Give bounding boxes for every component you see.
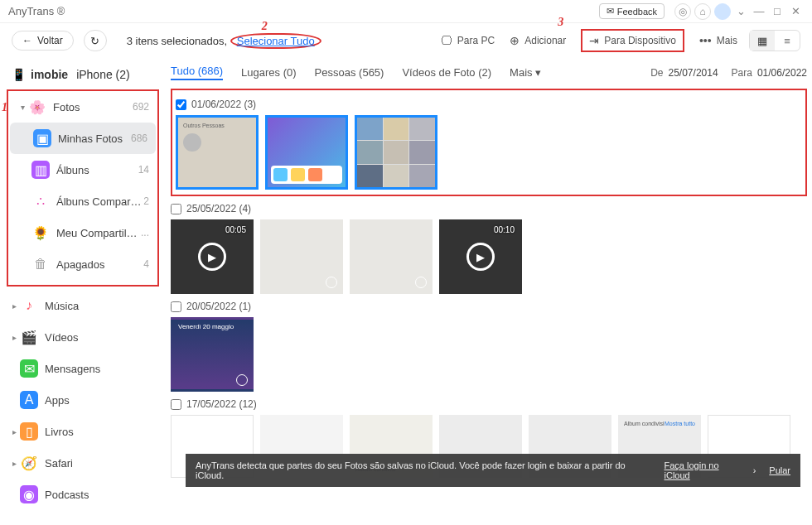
icloud-notice: AnyTrans detecta que partes do seu Fotos… [186, 454, 800, 487]
photo-thumb[interactable] [265, 115, 348, 190]
selection-count: 3 itens selecionados, [127, 35, 227, 47]
section-checkbox[interactable] [176, 99, 186, 110]
section-checkbox[interactable] [171, 204, 181, 214]
sidebar-item-label: Livros [45, 426, 157, 438]
more-button[interactable]: •••Mais [699, 34, 737, 47]
sidebar-item-apps[interactable]: A Apps [0, 384, 166, 416]
select-all-link[interactable]: Selecionar Tudo [230, 33, 321, 49]
grid-view-button[interactable]: ▦ [750, 31, 775, 51]
sidebar-item-deleted[interactable]: 🗑 Apagados 4 [8, 248, 157, 280]
photo-thumb[interactable]: Venerdì 20 maggio [171, 317, 254, 392]
back-button[interactable]: ← Voltar [12, 31, 74, 51]
chevron-right-icon: ▸ [8, 427, 20, 436]
sidebar-item-music[interactable]: ▸ ♪ Música [0, 290, 166, 321]
section-checkbox[interactable] [171, 301, 181, 312]
sidebar-item-books[interactable]: ▸ ▯ Livros [0, 416, 166, 447]
photo-thumb[interactable] [355, 115, 437, 190]
date-to-label: Para [732, 67, 752, 79]
sunflower-icon: 🌻 [31, 224, 50, 242]
live-icon [236, 374, 248, 386]
video-thumb[interactable]: 00:10 ▶ [439, 219, 522, 294]
device-name: imobie [31, 68, 68, 81]
avatar[interactable] [714, 3, 731, 20]
to-device-label: Para Dispositivo [604, 35, 676, 46]
chevron-down-icon: ▾ [17, 103, 28, 112]
chevron-right-icon: ▸ [8, 333, 20, 342]
maximize-button[interactable]: □ [769, 5, 785, 17]
sidebar-item-label: Meu Compartilhame... [56, 227, 141, 239]
thumb-link: Mostra tutto [665, 421, 695, 426]
sidebar-item-albums[interactable]: ▥ Álbuns 14 [8, 154, 157, 185]
sidebar-item-label: Apps [45, 394, 157, 407]
app-title: AnyTrans ® [8, 5, 65, 17]
music-icon: ♪ [20, 296, 38, 315]
tab-all[interactable]: Tudo (686) [171, 65, 223, 80]
monitor-icon: 🖵 [441, 34, 452, 47]
feedback-button[interactable]: ✉ Feedback [599, 3, 665, 19]
close-button[interactable]: ✕ [787, 5, 804, 17]
chevron-right-icon: ▸ [8, 459, 20, 468]
tab-more[interactable]: Mais ▾ [510, 66, 541, 79]
add-button[interactable]: ⊕Adicionar [510, 34, 566, 47]
thumb-caption: Album condivisi [624, 421, 665, 426]
tab-places[interactable]: Lugares (0) [241, 66, 296, 79]
sidebar-item-label: Música [45, 300, 157, 312]
list-view-button[interactable]: ≡ [775, 31, 800, 51]
add-label: Adicionar [524, 35, 566, 46]
sidebar-item-shared-albums[interactable]: ∴ Álbuns Compartilhados 2 [8, 185, 157, 217]
sync-icon[interactable]: ◎ [674, 3, 691, 20]
live-icon [415, 277, 427, 288]
to-pc-button[interactable]: 🖵Para PC [441, 34, 495, 47]
chevron-right-icon: ▸ [8, 301, 20, 311]
video-duration: 00:05 [225, 225, 246, 234]
sidebar-item-photos[interactable]: ▾ 🌸 Fotos 692 [8, 91, 157, 123]
photo-thumb[interactable] [260, 219, 343, 294]
date-from-value[interactable]: 25/07/2014 [669, 67, 718, 79]
shared-icon: ∴ [31, 192, 50, 210]
photo-thumb[interactable]: Outros Pessoas [176, 115, 259, 190]
photo-thumb[interactable] [350, 219, 433, 294]
thumb-caption: Outros Pessoas [183, 123, 225, 128]
section-date: 01/06/2022 (3) [191, 99, 256, 110]
sidebar-item-messages[interactable]: ✉ Mensagens [0, 353, 166, 384]
tab-people[interactable]: Pessoas (565) [315, 66, 384, 79]
sidebar-item-label: Apagados [56, 258, 143, 271]
sidebar-item-count: 14 [138, 164, 149, 176]
gift-icon[interactable]: ⌂ [694, 3, 711, 20]
feedback-label: Feedback [617, 7, 657, 17]
date-to-value[interactable]: 01/06/2022 [757, 67, 807, 79]
live-icon [326, 277, 337, 288]
sidebar-item-podcasts[interactable]: ◉ Podcasts [0, 479, 166, 510]
sidebar-item-safari[interactable]: ▸ 🧭 Safari [0, 447, 166, 479]
arrow-left-icon: ← [22, 35, 32, 46]
annotation-3: 3 [558, 16, 563, 29]
play-icon: ▶ [466, 243, 495, 271]
sidebar-item-count: 686 [131, 132, 147, 144]
tab-photo-videos[interactable]: Vídeos de Foto (2) [402, 66, 491, 79]
mail-icon: ✉ [607, 6, 614, 17]
sidebar-item-count: 692 [133, 101, 149, 113]
minimize-button[interactable]: — [751, 5, 767, 17]
video-icon: 🎬 [20, 328, 38, 346]
caret-down-icon[interactable]: ⌄ [732, 5, 749, 17]
icloud-login-link[interactable]: Faça login no iCloud [665, 460, 747, 480]
compass-icon: 🧭 [20, 454, 38, 472]
sidebar-item-my-sharing[interactable]: 🌻 Meu Compartilhame... ... [8, 217, 157, 248]
sidebar-item-count: 4 [143, 258, 149, 270]
device-model: iPhone (2) [76, 68, 130, 81]
sidebar-item-videos[interactable]: ▸ 🎬 Vídeos [0, 321, 166, 353]
sidebar-item-label: Fotos [53, 101, 133, 113]
phone-icon: 📱 [12, 68, 26, 81]
sidebar-item-label: Álbuns Compartilhados [56, 195, 143, 208]
sidebar-item-my-photos[interactable]: ▣ Minhas Fotos 686 [10, 123, 156, 154]
skip-link[interactable]: Pular [769, 465, 790, 475]
section-checkbox[interactable] [171, 399, 181, 410]
video-thumb[interactable]: 00:05 ▶ [171, 219, 254, 294]
refresh-button[interactable]: ↻ [84, 30, 107, 51]
annotation-2: 2 [262, 20, 268, 33]
to-device-button[interactable]: ⇥Para Dispositivo [581, 29, 684, 52]
photo-icon: ▣ [33, 129, 51, 147]
date-from-label: De [650, 67, 663, 79]
section-date: 17/05/2022 (12) [186, 398, 257, 410]
sidebar-item-label: Vídeos [45, 331, 157, 344]
